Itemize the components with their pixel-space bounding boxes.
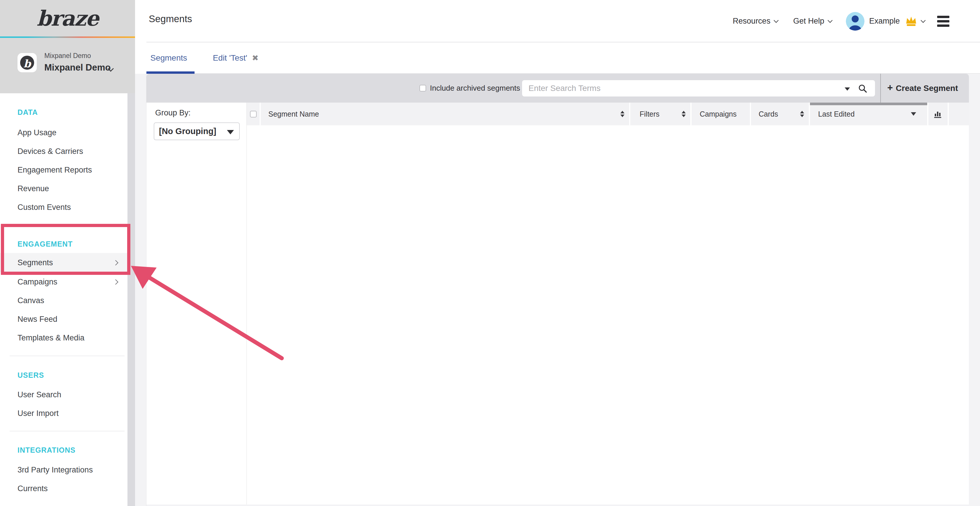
workspace-label: Mixpanel Demo (45, 52, 91, 60)
header-spacer-cell (949, 103, 969, 125)
chevron-down-icon (827, 18, 832, 23)
sidebar-section-engagement: ENGAGEMENT (18, 237, 73, 251)
select-all-cell (247, 103, 259, 125)
sidebar-divider (10, 355, 124, 356)
select-caret-icon (227, 130, 234, 134)
tab-bar: Segments Edit 'Test' ✖ (135, 43, 980, 74)
resources-label: Resources (733, 17, 770, 25)
sidebar-gutter-lower (135, 74, 146, 506)
title-bar-right: Resources Get Help Example (733, 0, 950, 42)
group-by-label: Group By: (155, 108, 191, 117)
sidebar-item-user-search[interactable]: User Search (0, 385, 127, 404)
sidebar-item-revenue[interactable]: Revenue (0, 179, 127, 198)
tab-edit-test[interactable]: Edit 'Test' ✖ (202, 43, 269, 73)
search-box (522, 80, 875, 97)
tab-label: Segments (150, 53, 187, 63)
include-archived-checkbox[interactable] (419, 85, 426, 92)
sort-icon[interactable] (800, 111, 804, 117)
user-name: Example (869, 17, 900, 25)
workspace-icon: b (18, 53, 37, 72)
sidebar-item-devices-carriers[interactable]: Devices & Carriers (0, 142, 127, 160)
page-title: Segments (149, 13, 192, 24)
tab-segments[interactable]: Segments (143, 43, 194, 73)
resources-menu[interactable]: Resources (733, 17, 778, 25)
sidebar-item-label: Segments (18, 258, 53, 267)
crown-icon (905, 16, 917, 27)
sidebar-section-users: USERS (18, 368, 44, 382)
sidebar-item-canvas[interactable]: Canvas (0, 291, 127, 310)
column-last-edited[interactable]: Last Edited (810, 103, 927, 125)
sidebar-item-segments[interactable]: Segments (0, 253, 127, 272)
sidebar-item-templates-media[interactable]: Templates & Media (0, 328, 127, 347)
chevron-down-icon (921, 18, 926, 23)
sort-descending-icon[interactable] (911, 112, 916, 116)
sidebar: braze b Mixpanel Demo Mixpanel Demo DATA… (0, 0, 135, 506)
search-icon[interactable] (858, 84, 867, 93)
toolbar-divider (880, 74, 881, 103)
sidebar-item-campaigns[interactable]: Campaigns (0, 272, 127, 292)
sorted-column-indicator (810, 103, 927, 105)
segments-panel: Include archived segments + Create Segme… (146, 74, 969, 504)
segments-toolbar: Include archived segments + Create Segme… (146, 74, 969, 103)
sidebar-item-label: Campaigns (18, 278, 57, 287)
group-by-select[interactable]: [No Grouping] (154, 122, 240, 140)
select-all-checkbox[interactable] (250, 111, 257, 117)
sidebar-item-user-import[interactable]: User Import (0, 404, 127, 423)
sidebar-item-app-usage[interactable]: App Usage (0, 123, 127, 142)
braze-dashboard: braze b Mixpanel Demo Mixpanel Demo DATA… (0, 0, 980, 506)
logo-block: braze (0, 0, 135, 36)
workspace-icon-circle: b (20, 56, 34, 70)
chevron-right-icon (113, 279, 118, 284)
sidebar-divider (10, 431, 124, 431)
plus-icon: + (887, 82, 893, 93)
sidebar-item-currents[interactable]: Currents (0, 479, 127, 498)
braze-logo[interactable]: braze (37, 6, 99, 31)
segments-table: Segment Name Filters Campaigns Cards Las… (247, 103, 969, 504)
column-segment-name[interactable]: Segment Name (261, 103, 629, 125)
hamburger-menu-icon[interactable] (937, 16, 950, 27)
bar-chart-icon (933, 109, 943, 119)
chevron-right-icon (113, 260, 118, 265)
chevron-down-icon (774, 18, 779, 23)
user-avatar[interactable] (846, 12, 864, 31)
close-icon[interactable]: ✖ (252, 53, 259, 63)
column-filters[interactable]: Filters (630, 103, 690, 125)
table-body-empty (247, 125, 969, 504)
create-segment-label: Create Segment (896, 84, 958, 93)
sidebar-scrollbar[interactable] (127, 93, 135, 506)
column-cards[interactable]: Cards (751, 103, 809, 125)
sidebar-item-engagement-reports[interactable]: Engagement Reports (0, 160, 127, 179)
sidebar-item-news-feed[interactable]: News Feed (0, 310, 127, 328)
include-archived-label: Include archived segments (430, 74, 520, 103)
workspace-switcher[interactable]: b Mixpanel Demo Mixpanel Demo (0, 38, 135, 93)
sort-icon[interactable] (620, 111, 624, 117)
user-menu[interactable]: Example (869, 16, 925, 27)
sidebar-item-custom-events[interactable]: Custom Events (0, 198, 127, 217)
active-tab-underline (143, 71, 194, 74)
sidebar-section-integrations: INTEGRATIONS (18, 443, 76, 457)
search-dropdown-caret-icon[interactable] (845, 87, 850, 90)
search-input[interactable] (528, 80, 835, 97)
sidebar-section-data: DATA (18, 105, 38, 119)
create-segment-button[interactable]: + Create Segment (887, 74, 958, 103)
get-help-label: Get Help (793, 17, 824, 25)
avatar-person-icon (846, 12, 864, 31)
workspace-b-glyph: b (23, 58, 30, 69)
group-by-panel: Group By: [No Grouping] (146, 103, 247, 504)
workspace-name: Mixpanel Demo (45, 62, 111, 73)
sort-icon[interactable] (682, 111, 686, 117)
table-header-row: Segment Name Filters Campaigns Cards Las… (247, 103, 969, 125)
title-bar: Segments Resources Get Help Exam (135, 0, 980, 42)
tab-label: Edit 'Test' (213, 53, 247, 63)
sidebar-item-3rd-party-integrations[interactable]: 3rd Party Integrations (0, 460, 127, 479)
column-analytics[interactable] (928, 103, 948, 125)
column-campaigns[interactable]: Campaigns (692, 103, 750, 125)
group-by-value: [No Grouping] (159, 127, 216, 136)
get-help-menu[interactable]: Get Help (793, 17, 832, 25)
